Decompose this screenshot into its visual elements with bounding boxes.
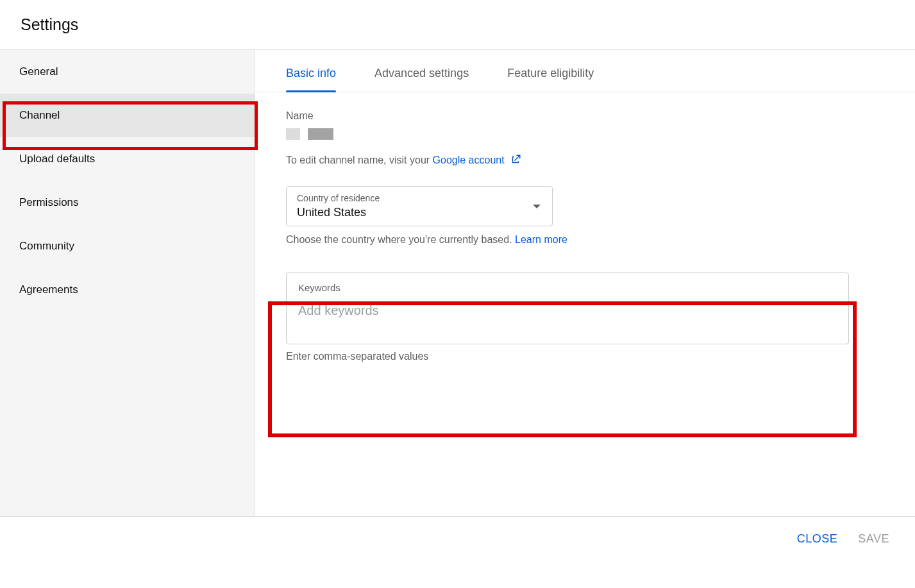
settings-main: Basic info Advanced settings Feature eli…: [255, 50, 915, 516]
link-text: Learn more: [515, 234, 567, 245]
helper-text: Choose the country where you're currentl…: [286, 234, 515, 245]
country-helper: Choose the country where you're currentl…: [286, 234, 884, 246]
sidebar-item-label: Permissions: [19, 196, 79, 208]
country-label: Country of residence: [297, 193, 542, 203]
sidebar-item-label: Upload defaults: [19, 153, 95, 165]
keywords-label: Keywords: [298, 282, 837, 293]
sidebar-item-channel[interactable]: Channel: [0, 94, 255, 137]
sidebar-item-upload-defaults[interactable]: Upload defaults: [0, 137, 255, 181]
close-button[interactable]: Close: [797, 532, 838, 546]
tabs-row: Basic info Advanced settings Feature eli…: [255, 50, 915, 92]
sidebar-item-label: Community: [19, 240, 74, 252]
sidebar-item-label: Agreements: [19, 283, 78, 296]
page-title: Settings: [21, 15, 894, 34]
keywords-helper: Enter comma-separated values: [286, 351, 884, 362]
keywords-field[interactable]: Keywords: [286, 273, 849, 344]
sidebar-item-label: Channel: [19, 109, 60, 121]
channel-name-redacted: [286, 128, 884, 140]
redacted-block: [286, 128, 300, 140]
sidebar-item-agreements[interactable]: Agreements: [0, 268, 255, 312]
country-select[interactable]: Country of residence United States: [286, 186, 553, 226]
sidebar-item-permissions[interactable]: Permissions: [0, 181, 255, 224]
tab-feature-eligibility[interactable]: Feature eligibility: [507, 67, 594, 92]
settings-sidebar: General Channel Upload defaults Permissi…: [0, 50, 255, 516]
sidebar-item-label: General: [19, 65, 58, 78]
edit-name-hint: To edit channel name, visit your Google …: [286, 154, 884, 168]
tab-label: Feature eligibility: [507, 67, 594, 80]
dialog-footer: Close Save: [0, 516, 915, 561]
tab-label: Basic info: [286, 67, 336, 80]
external-link-icon: [510, 154, 521, 168]
country-value: United States: [297, 206, 542, 219]
save-button[interactable]: Save: [858, 532, 889, 546]
sidebar-item-general[interactable]: General: [0, 50, 255, 94]
tab-advanced-settings[interactable]: Advanced settings: [374, 67, 469, 92]
name-label: Name: [286, 110, 884, 122]
tab-label: Advanced settings: [374, 67, 469, 80]
sidebar-item-community[interactable]: Community: [0, 224, 255, 268]
chevron-down-icon: [533, 201, 541, 212]
redacted-block: [308, 128, 333, 140]
google-account-link[interactable]: Google account: [433, 155, 522, 165]
tab-basic-info[interactable]: Basic info: [286, 67, 336, 92]
keywords-input[interactable]: [298, 303, 837, 318]
settings-header: Settings: [0, 0, 915, 50]
link-text: Google account: [433, 155, 505, 165]
learn-more-link[interactable]: Learn more: [515, 234, 567, 245]
hint-text: To edit channel name, visit your: [286, 155, 433, 165]
